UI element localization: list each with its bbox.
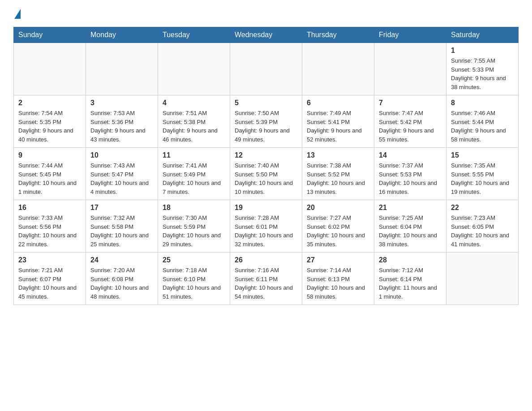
calendar-cell: 4Sunrise: 7:51 AMSunset: 5:38 PMDaylight… [158,95,230,148]
day-number: 16 [18,204,81,212]
calendar-cell: 10Sunrise: 7:43 AMSunset: 5:47 PMDayligh… [86,148,158,200]
column-header-thursday: Thursday [302,27,374,43]
column-header-sunday: Sunday [14,27,86,43]
day-info: Sunrise: 7:16 AMSunset: 6:11 PMDaylight:… [235,266,297,301]
calendar-cell [302,43,374,95]
day-number: 27 [307,256,369,264]
day-info: Sunrise: 7:33 AMSunset: 5:56 PMDaylight:… [18,214,81,248]
calendar-cell: 21Sunrise: 7:25 AMSunset: 6:04 PMDayligh… [374,200,446,253]
day-info: Sunrise: 7:55 AMSunset: 5:33 PMDaylight:… [451,56,514,91]
day-number: 19 [235,204,297,212]
calendar-cell: 18Sunrise: 7:30 AMSunset: 5:59 PMDayligh… [158,200,230,253]
day-number: 6 [307,99,369,107]
day-info: Sunrise: 7:35 AMSunset: 5:55 PMDaylight:… [451,161,514,196]
day-number: 11 [163,151,225,159]
calendar-cell: 24Sunrise: 7:20 AMSunset: 6:08 PMDayligh… [86,253,158,305]
calendar-cell: 12Sunrise: 7:40 AMSunset: 5:50 PMDayligh… [230,148,302,200]
calendar-cell: 27Sunrise: 7:14 AMSunset: 6:13 PMDayligh… [302,253,374,305]
day-info: Sunrise: 7:28 AMSunset: 6:01 PMDaylight:… [235,214,297,248]
day-number: 22 [451,204,514,212]
day-info: Sunrise: 7:21 AMSunset: 6:07 PMDaylight:… [18,266,81,301]
column-header-wednesday: Wednesday [230,27,302,43]
column-header-tuesday: Tuesday [158,27,230,43]
day-info: Sunrise: 7:23 AMSunset: 6:05 PMDaylight:… [451,214,514,248]
calendar-cell: 15Sunrise: 7:35 AMSunset: 5:55 PMDayligh… [446,148,519,200]
day-info: Sunrise: 7:46 AMSunset: 5:44 PMDaylight:… [451,109,514,144]
day-info: Sunrise: 7:51 AMSunset: 5:38 PMDaylight:… [163,109,225,144]
calendar-cell [446,253,519,305]
day-number: 25 [163,256,225,264]
day-info: Sunrise: 7:12 AMSunset: 6:14 PMDaylight:… [379,266,442,301]
day-info: Sunrise: 7:37 AMSunset: 5:53 PMDaylight:… [379,161,442,196]
column-header-saturday: Saturday [446,27,519,43]
week-row-3: 9Sunrise: 7:44 AMSunset: 5:45 PMDaylight… [14,148,519,200]
day-number: 14 [379,151,442,159]
day-info: Sunrise: 7:41 AMSunset: 5:49 PMDaylight:… [163,161,225,196]
calendar-cell: 19Sunrise: 7:28 AMSunset: 6:01 PMDayligh… [230,200,302,253]
day-number: 24 [90,256,153,264]
calendar-cell: 16Sunrise: 7:33 AMSunset: 5:56 PMDayligh… [14,200,86,253]
calendar-cell [86,43,158,95]
day-info: Sunrise: 7:47 AMSunset: 5:42 PMDaylight:… [379,109,442,144]
day-number: 17 [90,204,153,212]
day-info: Sunrise: 7:44 AMSunset: 5:45 PMDaylight:… [18,161,81,196]
day-info: Sunrise: 7:54 AMSunset: 5:35 PMDaylight:… [18,109,81,144]
day-number: 21 [379,204,442,212]
day-info: Sunrise: 7:50 AMSunset: 5:39 PMDaylight:… [235,109,297,144]
calendar-cell: 6Sunrise: 7:49 AMSunset: 5:41 PMDaylight… [302,95,374,148]
day-number: 23 [18,256,81,264]
calendar-cell [374,43,446,95]
calendar-header-row: SundayMondayTuesdayWednesdayThursdayFrid… [14,27,519,43]
calendar-cell: 2Sunrise: 7:54 AMSunset: 5:35 PMDaylight… [14,95,86,148]
day-info: Sunrise: 7:43 AMSunset: 5:47 PMDaylight:… [90,161,153,196]
day-number: 15 [451,151,514,159]
day-info: Sunrise: 7:49 AMSunset: 5:41 PMDaylight:… [307,109,369,144]
calendar-cell: 8Sunrise: 7:46 AMSunset: 5:44 PMDaylight… [446,95,519,148]
day-info: Sunrise: 7:38 AMSunset: 5:52 PMDaylight:… [307,161,369,196]
logo-triangle-icon [14,9,21,19]
logo [13,9,21,20]
column-header-monday: Monday [86,27,158,43]
calendar-cell: 17Sunrise: 7:32 AMSunset: 5:58 PMDayligh… [86,200,158,253]
day-number: 12 [235,151,297,159]
page-header [13,9,519,20]
calendar-cell: 11Sunrise: 7:41 AMSunset: 5:49 PMDayligh… [158,148,230,200]
week-row-2: 2Sunrise: 7:54 AMSunset: 5:35 PMDaylight… [14,95,519,148]
day-number: 2 [18,99,81,107]
calendar-cell: 26Sunrise: 7:16 AMSunset: 6:11 PMDayligh… [230,253,302,305]
day-number: 4 [163,99,225,107]
day-info: Sunrise: 7:14 AMSunset: 6:13 PMDaylight:… [307,266,369,301]
day-info: Sunrise: 7:25 AMSunset: 6:04 PMDaylight:… [379,214,442,248]
calendar-cell [230,43,302,95]
day-number: 1 [451,47,514,55]
calendar-cell: 5Sunrise: 7:50 AMSunset: 5:39 PMDaylight… [230,95,302,148]
day-info: Sunrise: 7:30 AMSunset: 5:59 PMDaylight:… [163,214,225,248]
calendar-cell: 13Sunrise: 7:38 AMSunset: 5:52 PMDayligh… [302,148,374,200]
day-info: Sunrise: 7:18 AMSunset: 6:10 PMDaylight:… [163,266,225,301]
calendar-cell [158,43,230,95]
calendar-cell: 1Sunrise: 7:55 AMSunset: 5:33 PMDaylight… [446,43,519,95]
week-row-4: 16Sunrise: 7:33 AMSunset: 5:56 PMDayligh… [14,200,519,253]
calendar-cell: 22Sunrise: 7:23 AMSunset: 6:05 PMDayligh… [446,200,519,253]
day-number: 5 [235,99,297,107]
calendar-table: SundayMondayTuesdayWednesdayThursdayFrid… [13,27,519,305]
calendar-cell: 9Sunrise: 7:44 AMSunset: 5:45 PMDaylight… [14,148,86,200]
calendar-cell: 14Sunrise: 7:37 AMSunset: 5:53 PMDayligh… [374,148,446,200]
day-number: 28 [379,256,442,264]
day-info: Sunrise: 7:53 AMSunset: 5:36 PMDaylight:… [90,109,153,144]
day-number: 26 [235,256,297,264]
week-row-1: 1Sunrise: 7:55 AMSunset: 5:33 PMDaylight… [14,43,519,95]
week-row-5: 23Sunrise: 7:21 AMSunset: 6:07 PMDayligh… [14,253,519,305]
day-number: 8 [451,99,514,107]
day-info: Sunrise: 7:32 AMSunset: 5:58 PMDaylight:… [90,214,153,248]
day-number: 9 [18,151,81,159]
calendar-cell [14,43,86,95]
column-header-friday: Friday [374,27,446,43]
calendar-cell: 3Sunrise: 7:53 AMSunset: 5:36 PMDaylight… [86,95,158,148]
day-number: 18 [163,204,225,212]
day-number: 13 [307,151,369,159]
calendar-cell: 25Sunrise: 7:18 AMSunset: 6:10 PMDayligh… [158,253,230,305]
calendar-cell: 7Sunrise: 7:47 AMSunset: 5:42 PMDaylight… [374,95,446,148]
day-info: Sunrise: 7:27 AMSunset: 6:02 PMDaylight:… [307,214,369,248]
calendar-cell: 23Sunrise: 7:21 AMSunset: 6:07 PMDayligh… [14,253,86,305]
